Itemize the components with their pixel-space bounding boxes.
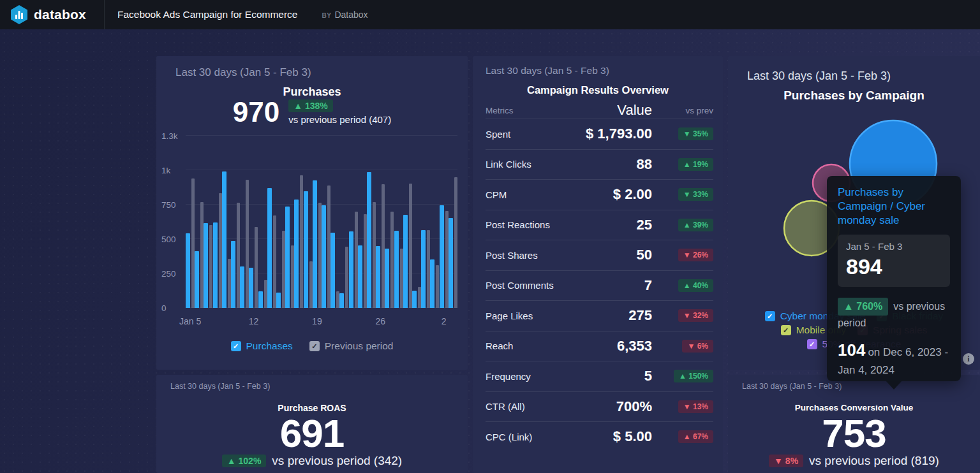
table-period-label: Last 30 days (Jan 5 - Feb 3) — [486, 65, 609, 76]
bar-purchases — [240, 266, 244, 308]
metric-delta-badge: ▼ 32% — [678, 309, 713, 322]
bar-purchases — [276, 293, 281, 308]
metric-delta-badge: ▼ 33% — [678, 188, 713, 201]
bar-pair-Jan 21 — [330, 233, 339, 308]
bar-purchases — [267, 188, 272, 308]
bar-purchases — [421, 230, 426, 308]
metric-label: Post Comments — [486, 280, 644, 291]
legend-checkbox[interactable]: ✓ — [765, 311, 775, 321]
byline-author[interactable]: Databox — [334, 10, 368, 20]
x-axis-label: 2 — [442, 316, 447, 326]
tooltip-value: 894 — [846, 254, 942, 279]
bar-pair-Jan 14 — [267, 188, 276, 308]
metric-delta-cell: ▲ 19% — [655, 158, 713, 171]
metric-delta-cell: ▼ 13% — [655, 400, 713, 413]
bar-purchases — [322, 205, 326, 308]
bar-purchases — [412, 291, 417, 308]
legend-label: Purchases — [246, 340, 293, 352]
metric-label: CPM — [486, 189, 613, 200]
bar-purchases — [449, 218, 453, 308]
bar-purchases — [394, 231, 399, 308]
metric-label: Spent — [486, 129, 586, 140]
databox-logo-icon — [10, 5, 28, 24]
purchases-chart-legend: ✓Purchases✓Previous period — [156, 340, 468, 352]
table-row-frequency[interactable]: Frequency5▲ 150% — [486, 361, 713, 391]
bar-pair-Jan 27 — [385, 212, 394, 308]
table-row-reach[interactable]: Reach6,353▼ 6% — [486, 331, 713, 361]
table-row-ctr-all-[interactable]: CTR (All)700%▼ 13% — [486, 391, 713, 422]
bar-purchases — [367, 172, 371, 308]
bar-pair-Jan 16 — [285, 207, 294, 308]
metric-delta-badge: ▼ 26% — [678, 249, 713, 261]
conversion-value: 753 — [728, 411, 980, 456]
x-axis-label: 26 — [376, 316, 386, 326]
bar-pair-Jan 13 — [258, 280, 267, 308]
metric-delta-cell: ▼ 35% — [655, 127, 713, 140]
bar-pair-Jan 10 — [231, 203, 240, 308]
table-row-cpc-link-[interactable]: CPC (Link)$ 5.00▲ 67% — [486, 421, 713, 452]
metric-value: 275 — [628, 307, 655, 324]
info-icon[interactable]: i — [963, 353, 974, 365]
metric-value: 50 — [637, 247, 655, 263]
conversion-period-label: Last 30 days (Jan 5 - Feb 3) — [742, 382, 842, 391]
tooltip-metric-link[interactable]: Purchases by Campaign / Cyber monday sal… — [838, 186, 950, 227]
header-divider — [104, 0, 105, 29]
dashboard-title: Facebook Ads Campaign for Ecommerce — [117, 9, 298, 20]
metric-delta-badge: ▲ 39% — [678, 219, 713, 231]
col-value: Value — [617, 102, 655, 119]
metric-delta-badge: ▼ 6% — [682, 340, 713, 353]
legend-item-previous-period[interactable]: ✓Previous period — [309, 340, 394, 352]
bar-pair-Jan 15 — [276, 231, 285, 308]
bar-purchases — [339, 293, 344, 308]
metric-delta-cell: ▲ 40% — [655, 279, 713, 292]
bar-pair-Jan 25 — [367, 172, 376, 308]
legend-checkbox[interactable]: ✓ — [231, 341, 241, 351]
bar-pair-Jan 9 — [222, 171, 231, 308]
purchases-delta-badge: ▲ 138% — [288, 99, 333, 112]
purchases-title: Purchases — [156, 85, 468, 99]
logo-wordmark: databox — [34, 7, 86, 22]
metric-value: 88 — [637, 156, 655, 173]
metric-delta-badge: ▼ 35% — [678, 127, 713, 140]
roas-vs-note: vs previous period (342) — [272, 454, 402, 468]
x-axis-label: Jan 5 — [179, 316, 201, 326]
bar-pair-Feb 1 — [430, 259, 439, 308]
purchases-vs-note: vs previous period (407) — [288, 114, 391, 125]
metric-delta-badge: ▲ 40% — [678, 279, 713, 292]
legend-label: Previous period — [325, 340, 394, 352]
table-row-page-likes[interactable]: Page Likes275▼ 32% — [486, 300, 713, 331]
bar-pair-Feb 3 — [449, 177, 457, 308]
metric-delta-cell: ▲ 150% — [655, 370, 713, 382]
legend-checkbox[interactable]: ✓ — [807, 339, 817, 349]
table-row-post-shares[interactable]: Post Shares50▼ 26% — [486, 240, 713, 270]
metric-value: 25 — [637, 217, 655, 233]
campaign-results-panel: Last 30 days (Jan 5 - Feb 3) Campaign Re… — [473, 56, 723, 473]
legend-item-purchases[interactable]: ✓Purchases — [231, 340, 293, 352]
bar-purchases — [213, 222, 218, 308]
tooltip-delta-row: ▲ 760%vs previous period — [838, 298, 950, 331]
tooltip-delta-badge: ▲ 760% — [838, 298, 888, 316]
databox-logo[interactable]: databox — [10, 5, 86, 24]
table-row-cpm[interactable]: CPM$ 2.00▼ 33% — [486, 179, 713, 210]
table-row-post-reactions[interactable]: Post Reactions25▲ 39% — [486, 210, 713, 240]
y-axis-label: 1.3k — [161, 131, 182, 141]
bar-pair-Jan 23 — [349, 212, 358, 308]
bar-purchases — [195, 251, 199, 308]
table-row-post-comments[interactable]: Post Comments7▲ 40% — [486, 270, 713, 301]
metric-label: Post Reactions — [486, 219, 637, 230]
legend-checkbox[interactable]: ✓ — [309, 341, 320, 351]
table-row-spent[interactable]: Spent$ 1,793.00▼ 35% — [486, 119, 713, 149]
y-axis-label: 750 — [161, 200, 182, 210]
legend-checkbox[interactable]: ✓ — [781, 325, 791, 335]
bar-pair-Jan 29 — [403, 184, 412, 308]
conversion-vs-note: vs previous period (819) — [809, 454, 939, 468]
bar-pair-Jan 12 — [249, 227, 258, 308]
x-axis-label: 19 — [312, 316, 322, 326]
roas-delta-row: ▲ 102% vs previous period (342) — [156, 454, 468, 468]
tooltip-prev-value: 104 — [838, 340, 865, 360]
purchases-bar-chart[interactable]: 02505007501k1.3k — [186, 136, 457, 308]
conversion-delta-badge: ▼ 8% — [769, 455, 803, 467]
byline-prefix: BY — [322, 12, 332, 19]
table-row-link-clicks[interactable]: Link Clicks88▲ 19% — [486, 149, 713, 180]
bar-purchases — [358, 245, 362, 308]
